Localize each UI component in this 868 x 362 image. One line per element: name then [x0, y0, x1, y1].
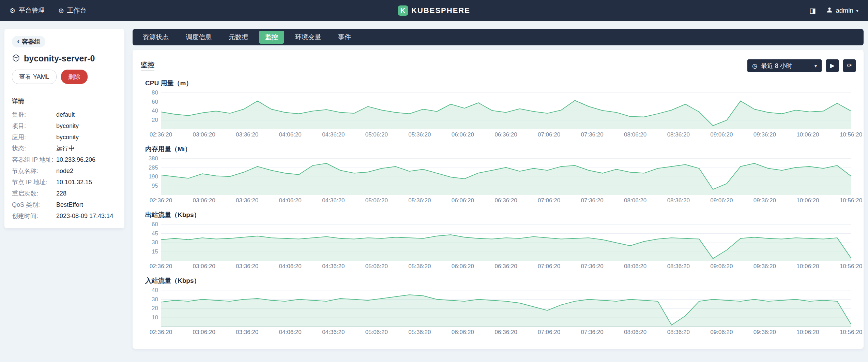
y-tick-label: 60: [152, 221, 158, 228]
back-label: 容器组: [22, 38, 40, 46]
tab-metadata[interactable]: 元数据: [223, 31, 254, 44]
y-tick-label: 30: [152, 239, 158, 246]
x-tick-label: 06:36:20: [494, 197, 517, 204]
y-tick-label: 40: [152, 107, 158, 114]
x-tick-label: 08:36:20: [667, 197, 690, 204]
charts: CPU 用量（m）8060402002:36:2003:06:2003:36:2…: [140, 79, 856, 336]
chart-title: 出站流量（Kbps）: [145, 211, 851, 219]
detail-value: BestEffort: [56, 201, 83, 208]
back-to-pods-button[interactable]: ‹ 容器组: [12, 36, 45, 47]
nav-workbench[interactable]: ⊕ 工作台: [58, 6, 87, 15]
workbench-icon: ⊕: [58, 7, 64, 14]
x-tick-label: 09:06:20: [710, 131, 733, 138]
x-tick-label: 05:06:20: [365, 263, 388, 270]
x-tick-label: 06:06:20: [452, 263, 474, 270]
x-tick-label: 10:06:20: [796, 263, 819, 270]
detail-value: 2023-08-09 17:43:14: [56, 212, 113, 220]
x-tick-label: 05:36:20: [408, 329, 431, 336]
chart-x-axis: 02:36:2003:06:2003:36:2004:06:2004:36:20…: [161, 131, 851, 138]
detail-row: 集群:default: [12, 111, 117, 118]
tab-events[interactable]: 事件: [332, 31, 357, 44]
view-yaml-button[interactable]: 查看 YAML: [12, 70, 57, 84]
nav-platform-management[interactable]: ⚙ 平台管理: [10, 6, 45, 15]
refresh-button[interactable]: ⟳: [843, 59, 856, 72]
x-tick-label: 07:06:20: [538, 197, 560, 204]
x-tick-label: 10:56:20: [840, 329, 862, 336]
time-range-select[interactable]: ◷ 最近 8 小时 ▾: [747, 59, 822, 72]
autorefresh-play-button[interactable]: ▶: [826, 59, 839, 72]
detail-row: 容器组 IP 地址:10.233.96.206: [12, 156, 117, 163]
detail-label: 容器组 IP 地址:: [12, 156, 56, 163]
x-tick-label: 02:36:20: [150, 131, 172, 138]
chart-x-axis: 02:36:2003:06:2003:36:2004:06:2004:36:20…: [161, 329, 851, 336]
kubesphere-logo[interactable]: K KUBESPHERE: [398, 0, 470, 21]
y-tick-label: 60: [152, 99, 158, 105]
y-tick-label: 20: [152, 305, 158, 312]
detail-rows: 集群:default项目:byconity应用:byconity状态:运行中容器…: [12, 111, 117, 220]
chart-plot: [161, 155, 851, 195]
user-name: admin: [836, 7, 853, 14]
x-tick-label: 04:06:20: [279, 131, 302, 138]
pod-detail-panel: ‹ 容器组 byconity-server-0 查看 YAML 删除 详情 集群…: [4, 29, 124, 228]
tab-resource-status[interactable]: 资源状态: [137, 31, 175, 44]
y-tick-label: 20: [152, 117, 158, 124]
monitoring-heading: 监控: [141, 60, 154, 71]
detail-value: default: [56, 111, 75, 118]
chevron-down-icon: ▾: [856, 8, 858, 13]
x-tick-label: 05:06:20: [365, 197, 388, 204]
x-tick-label: 07:06:20: [538, 131, 560, 138]
x-tick-label: 04:06:20: [279, 197, 302, 204]
x-tick-label: 06:36:20: [494, 329, 517, 336]
x-tick-label: 07:36:20: [581, 263, 604, 270]
kubesphere-logo-icon: K: [398, 5, 408, 16]
x-tick-label: 03:36:20: [236, 131, 258, 138]
tab-scheduling-info[interactable]: 调度信息: [180, 31, 218, 44]
chart-cpu-usage: CPU 用量（m）8060402002:36:2003:06:2003:36:2…: [145, 79, 851, 138]
tab-env-vars[interactable]: 环境变量: [289, 31, 327, 44]
detail-label: 节点 IP 地址:: [12, 178, 56, 186]
x-tick-label: 07:06:20: [538, 329, 560, 336]
gear-icon: ⚙: [10, 7, 16, 14]
x-tick-label: 10:06:20: [796, 329, 819, 336]
x-tick-label: 02:36:20: [150, 197, 172, 204]
detail-value: byconity: [56, 133, 79, 141]
page-content: ‹ 容器组 byconity-server-0 查看 YAML 删除 详情 集群…: [0, 21, 868, 357]
page-title: byconity-server-0: [24, 54, 95, 63]
x-tick-label: 05:36:20: [408, 263, 431, 270]
x-tick-label: 08:36:20: [667, 263, 690, 270]
x-tick-label: 04:36:20: [322, 197, 345, 204]
chart-y-axis: 60453015: [145, 221, 161, 261]
x-tick-label: 03:06:20: [193, 131, 215, 138]
detail-row: QoS 类别:BestEffort: [12, 201, 117, 208]
details-heading: 详情: [12, 97, 117, 105]
top-nav-bar: ⚙ 平台管理 ⊕ 工作台 K KUBESPHERE ◨ admin ▾: [0, 0, 868, 21]
nav-workbench-label: 工作台: [67, 6, 87, 15]
x-tick-label: 07:36:20: [581, 131, 604, 138]
x-tick-label: 06:06:20: [452, 329, 474, 336]
detail-label: 重启次数:: [12, 190, 56, 197]
detail-tabs: 资源状态调度信息元数据监控环境变量事件: [133, 29, 864, 45]
y-tick-label: 80: [152, 89, 158, 96]
clock-icon: ◷: [752, 62, 758, 70]
detail-value: byconity: [56, 122, 79, 130]
detail-row: 状态:运行中: [12, 145, 117, 152]
x-tick-label: 08:06:20: [624, 131, 646, 138]
chart-x-axis: 02:36:2003:06:2003:36:2004:06:2004:36:20…: [161, 197, 851, 204]
y-tick-label: 40: [152, 287, 158, 294]
chart-title: 入站流量（Kbps）: [145, 277, 851, 285]
kubesphere-app: ⚙ 平台管理 ⊕ 工作台 K KUBESPHERE ◨ admin ▾: [0, 0, 868, 357]
x-tick-label: 10:06:20: [796, 197, 819, 204]
detail-value: 10.233.96.206: [56, 156, 95, 163]
x-tick-label: 06:06:20: [452, 197, 474, 204]
main-panel: 资源状态调度信息元数据监控环境变量事件 监控 ◷ 最近 8 小时 ▾ ▶ ⟳ C…: [133, 29, 864, 349]
detail-label: 应用:: [12, 133, 56, 141]
delete-button[interactable]: 删除: [61, 70, 88, 84]
user-menu[interactable]: admin ▾: [826, 6, 858, 15]
detail-row: 项目:byconity: [12, 122, 117, 130]
detail-row: 应用:byconity: [12, 133, 117, 141]
details-section: 详情 集群:default项目:byconity应用:byconity状态:运行…: [4, 91, 124, 228]
tab-monitoring[interactable]: 监控: [259, 31, 284, 44]
chart-plot-row: 60453015: [145, 221, 851, 261]
console-panel-icon[interactable]: ◨: [809, 6, 816, 15]
y-tick-label: 190: [149, 173, 158, 180]
